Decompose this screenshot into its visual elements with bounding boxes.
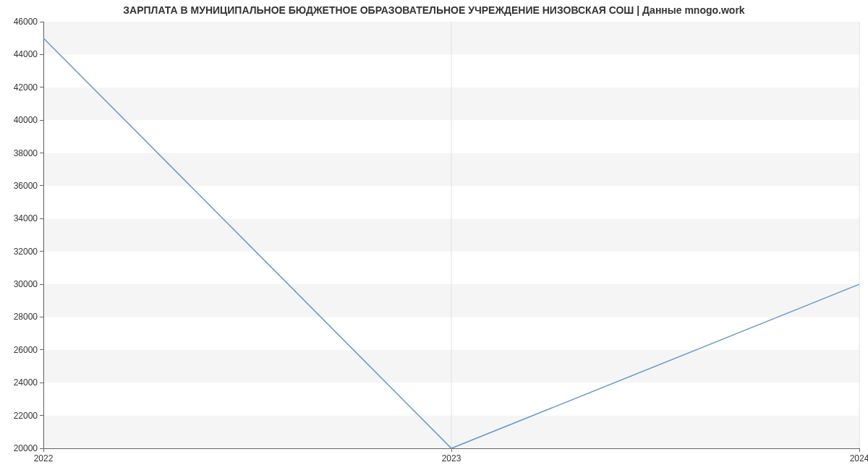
y-tick-label: 34000 bbox=[14, 213, 38, 223]
y-tick-label: 22000 bbox=[14, 411, 38, 421]
chart-title: ЗАРПЛАТА В МУНИЦИПАЛЬНОЕ БЮДЖЕТНОЕ ОБРАЗ… bbox=[0, 4, 868, 16]
y-tick-label: 24000 bbox=[14, 377, 38, 388]
x-tick-label: 2024 bbox=[850, 453, 868, 463]
y-tick-label: 44000 bbox=[14, 49, 38, 59]
y-tick-label: 42000 bbox=[14, 82, 38, 93]
chart-container: ЗАРПЛАТА В МУНИЦИПАЛЬНОЕ БЮДЖЕТНОЕ ОБРАЗ… bbox=[0, 0, 868, 470]
x-tick-label: 2023 bbox=[442, 453, 461, 463]
y-tick-label: 38000 bbox=[14, 148, 38, 158]
y-tick-label: 36000 bbox=[14, 181, 38, 191]
y-tick-label: 30000 bbox=[14, 279, 38, 289]
line-chart: 2000022000240002600028000300003200034000… bbox=[0, 0, 868, 470]
y-tick-label: 40000 bbox=[14, 115, 38, 125]
x-tick-label: 2022 bbox=[34, 453, 54, 463]
y-tick-label: 26000 bbox=[14, 345, 38, 355]
y-tick-label: 32000 bbox=[14, 247, 38, 257]
y-tick-label: 28000 bbox=[14, 312, 38, 322]
y-tick-label: 20000 bbox=[14, 443, 38, 453]
y-tick-label: 46000 bbox=[14, 17, 38, 27]
